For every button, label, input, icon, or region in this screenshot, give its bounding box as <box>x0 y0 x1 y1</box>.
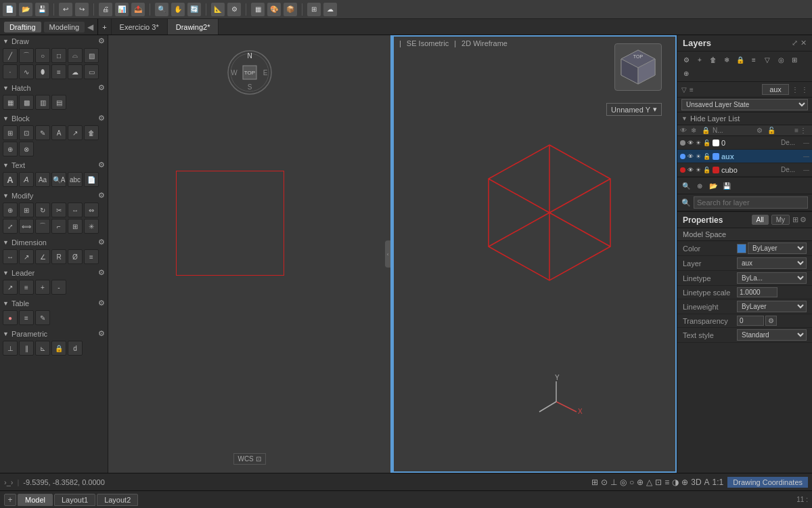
tab-drafting[interactable]: Drafting <box>4 22 41 33</box>
wipeout-tool[interactable]: ▭ <box>84 64 99 79</box>
multileader-tool[interactable]: ↗ <box>3 280 18 295</box>
text-gear-icon[interactable]: ⚙ <box>98 161 105 169</box>
mtext-tool[interactable]: A <box>3 172 18 187</box>
dim-angular[interactable]: ∠ <box>35 249 50 264</box>
text-section-header[interactable]: ▼ Text ⚙ <box>0 159 108 171</box>
copy-tool[interactable]: ⊞ <box>19 203 34 217</box>
wcs-label[interactable]: WCS ⊡ <box>233 453 265 465</box>
otrack-icon[interactable]: ⊕ <box>637 478 644 487</box>
leader-remove[interactable]: - <box>51 280 66 295</box>
anno-vis-icon[interactable]: A <box>704 478 710 487</box>
layer-0-freeze-icon[interactable]: ☀ <box>696 140 701 146</box>
dim-linear[interactable]: ↔ <box>3 249 18 264</box>
text-find[interactable]: 🔍A <box>51 172 66 187</box>
fillet-tool[interactable]: ⌒ <box>35 219 50 234</box>
draw-gear-icon[interactable]: ⚙ <box>98 37 105 45</box>
table-edit[interactable]: ✎ <box>35 310 50 325</box>
block-tool1[interactable]: ⊕ <box>3 142 18 156</box>
rect-tool[interactable]: □ <box>51 48 66 63</box>
prop-linetype-scale-input[interactable] <box>737 287 777 297</box>
cloud-icon[interactable]: ☁ <box>323 3 337 16</box>
properties-icon[interactable]: ⚙ <box>227 3 241 16</box>
hide-layer-toggle[interactable]: ▼ Hide Layer List <box>677 112 812 125</box>
3d-icon[interactable]: 3D <box>691 478 701 487</box>
layer-walk-btn[interactable]: ⊞ <box>788 54 800 66</box>
chamfer-tool[interactable]: ⌐ <box>51 219 66 234</box>
polyline-tool[interactable]: ⌒ <box>19 48 34 63</box>
hatch-gear-icon[interactable]: ⚙ <box>98 83 105 92</box>
block-attdef[interactable]: A <box>51 125 66 140</box>
layer-aux-vis-icon[interactable]: 👁 <box>687 153 694 160</box>
layer-settings-btn[interactable]: ⚙ <box>680 54 692 66</box>
parametric-section-header[interactable]: ▼ Parametric ⚙ <box>0 328 108 339</box>
scale-tool[interactable]: ⤢ <box>3 219 18 234</box>
dim-style[interactable]: ≡ <box>84 249 99 264</box>
lw-icon[interactable]: ≡ <box>664 478 669 487</box>
collapse-btn[interactable]: ◀ <box>87 22 93 32</box>
layers-close-icon[interactable]: ✕ <box>800 39 807 47</box>
plot-icon[interactable]: 📊 <box>115 3 129 16</box>
measure-icon[interactable]: 📐 <box>211 3 225 16</box>
param-parallel[interactable]: ∥ <box>19 341 34 356</box>
model-tab-add-btn[interactable]: + <box>4 494 16 506</box>
anno-scale-icon[interactable]: 1:1 <box>713 478 724 487</box>
layer-0-vis-icon[interactable]: 👁 <box>687 140 694 146</box>
viewport-collapse-handle[interactable]: ‹ <box>385 240 390 268</box>
polar-icon[interactable]: ◎ <box>620 478 627 487</box>
table-section-header[interactable]: ▼ Table ⚙ <box>0 297 108 309</box>
text-tool[interactable]: A <box>19 172 34 187</box>
layer-merge-btn[interactable]: ⊕ <box>680 67 692 79</box>
circle-tool[interactable]: ○ <box>35 48 50 63</box>
param-coincident[interactable]: ⊥ <box>3 341 18 356</box>
block-define[interactable]: ⊡ <box>19 125 34 140</box>
arc-tool[interactable]: ⌓ <box>68 48 83 63</box>
modify-gear-icon[interactable]: ⚙ <box>98 191 105 200</box>
layer-cubo-vis-icon[interactable]: 👁 <box>687 167 694 173</box>
undo-icon[interactable]: ↩ <box>59 3 72 16</box>
prop-copy-icon[interactable]: ⊞ <box>792 215 798 224</box>
draw-section-header[interactable]: ▼ Draw ⚙ <box>0 35 108 47</box>
layer-bottom-btn2[interactable]: ⊕ <box>694 179 706 192</box>
point-tool[interactable]: · <box>3 64 18 79</box>
block-purge[interactable]: 🗑 <box>84 125 99 140</box>
layer-cubo-freeze-icon[interactable]: ☀ <box>696 167 701 173</box>
layer-0-lock-icon[interactable]: 🔓 <box>703 140 710 146</box>
layer-more-icon[interactable]: ⋮ <box>792 86 798 93</box>
workspace-icon[interactable]: ⊞ <box>307 3 321 16</box>
layer-new-btn[interactable]: + <box>694 54 706 66</box>
nav-cube[interactable]: TOP <box>614 43 662 91</box>
layer-bottom-btn3[interactable]: 📂 <box>707 179 719 192</box>
layers-icon[interactable]: ▦ <box>251 3 265 16</box>
prop-tab-my[interactable]: My <box>771 215 790 225</box>
tab-modeling[interactable]: Modeling <box>44 22 85 33</box>
drawing-coords-btn[interactable]: Drawing Coordinates <box>727 477 808 488</box>
snap-icon[interactable]: ⊙ <box>601 478 608 487</box>
ducs-icon[interactable]: △ <box>646 478 652 487</box>
render-icon[interactable]: 🎨 <box>267 3 281 16</box>
block-extract[interactable]: ↗ <box>68 125 83 140</box>
array-tool[interactable]: ⊞ <box>68 219 83 234</box>
hatch-pattern1[interactable]: ▦ <box>3 95 18 110</box>
line-tool[interactable]: ╱ <box>3 48 18 63</box>
layer-delete-btn[interactable]: 🗑 <box>707 54 719 66</box>
tab-layout1[interactable]: Layout1 <box>54 494 95 506</box>
layer-row-cubo[interactable]: 👁 ☀ 🔓 cubo De... — <box>677 163 812 177</box>
prop-textstyle-select[interactable]: Standard <box>737 329 807 341</box>
table-insert[interactable]: ● <box>3 310 18 325</box>
block-insert[interactable]: ⊞ <box>3 125 18 140</box>
print-icon[interactable]: 🖨 <box>99 3 112 16</box>
layer-lock-btn[interactable]: 🔒 <box>734 54 746 66</box>
layer-aux-lock-icon[interactable]: 🔓 <box>703 153 710 160</box>
prop-color-box[interactable] <box>737 244 746 253</box>
prop-tab-all[interactable]: All <box>752 215 769 225</box>
sel-cycling-icon[interactable]: ⊕ <box>681 478 688 487</box>
param-lock[interactable]: 🔒 <box>51 341 66 356</box>
prop-color-select[interactable]: ByLayer <box>748 242 807 254</box>
mirror-tool[interactable]: ⇔ <box>84 203 99 217</box>
layer-isolate-btn[interactable]: ◎ <box>775 54 787 66</box>
prop-layer-select[interactable]: aux <box>737 257 807 269</box>
hatch-pattern4[interactable]: ▤ <box>51 95 66 110</box>
block-gear-icon[interactable]: ⚙ <box>98 114 105 123</box>
prop-transparency-btn[interactable]: ⚙ <box>765 316 777 326</box>
dyn-icon[interactable]: ⊡ <box>655 478 662 487</box>
